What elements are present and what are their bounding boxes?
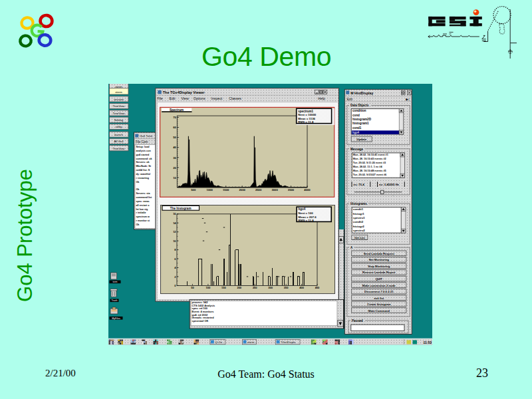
- svg-text:xterm: xterm: [247, 340, 255, 344]
- svg-text:40: 40: [173, 146, 176, 149]
- svg-text:condition: condition: [352, 109, 366, 112]
- svg-text:Spectrum: Spectrum: [170, 108, 184, 112]
- svg-text:Options: Options: [194, 96, 205, 100]
- svg-text:Get List: Get List: [354, 236, 365, 239]
- svg-text:500: 500: [191, 188, 196, 192]
- svg-text:launch: launch: [114, 133, 123, 136]
- svg-text:10: 10: [173, 239, 176, 243]
- svg-text:Nent = 10000: Nent = 10000: [298, 113, 317, 116]
- svg-text:RMS = 11.8: RMS = 11.8: [298, 120, 314, 124]
- svg-text:xterm: xterm: [115, 85, 122, 88]
- svg-text:The TGo4Display Viewer: The TGo4Display Viewer: [163, 90, 205, 94]
- svg-text:TreeView: TreeView: [113, 104, 126, 108]
- svg-text:300: 300: [268, 286, 273, 289]
- svg-text:session: session: [114, 98, 124, 101]
- svg-text:1000: 1000: [207, 188, 213, 192]
- svg-text:2000: 2000: [239, 188, 245, 192]
- svg-text:All Go4: All Go4: [114, 140, 124, 143]
- svg-text:all restart o: all restart o: [136, 204, 150, 207]
- svg-text:r initializ: r initializ: [136, 211, 146, 214]
- svg-text:condit1: condit1: [353, 207, 364, 211]
- svg-text:400: 400: [299, 286, 304, 289]
- svg-text:dy: watchful: dy: watchful: [136, 173, 151, 176]
- svg-text:Passwd: Passwd: [352, 319, 363, 323]
- svg-text:Message: Message: [350, 148, 364, 151]
- svg-text:Stop Monitoring: Stop Monitoring: [368, 265, 390, 268]
- svg-text:Create histogram: Create histogram: [367, 303, 391, 306]
- svg-text:ev: 3.45265 Hz: ev: 3.45265 Hz: [379, 183, 400, 186]
- svg-text:File Com: File Com: [136, 140, 148, 144]
- svg-text:Tue, 29.02. 9:11:20 event #3: Tue, 29.02. 9:11:20 event #3: [353, 162, 386, 164]
- svg-text:11:53: 11:53: [423, 340, 432, 344]
- svg-text:MbsNode: St: MbsNode: St: [136, 165, 152, 168]
- svg-text:150: 150: [221, 286, 226, 289]
- svg-text:Make connection 2 node: Make connection 2 node: [362, 284, 396, 287]
- svg-text:TreeView: TreeView: [113, 147, 126, 150]
- svg-text:70: 70: [173, 116, 176, 119]
- svg-text:Servers: ok: Servers: ok: [136, 161, 150, 164]
- svg-text:command: ok: command: ok: [136, 158, 153, 160]
- svg-text:histogr2: histogr2: [353, 225, 365, 228]
- svg-text:4000: 4000: [304, 188, 311, 192]
- svg-text:200: 200: [237, 286, 241, 289]
- svg-text:net64 list: S: net64 list: S: [136, 169, 150, 172]
- svg-text:Mon, 28. 16:10:43 events #2: Mon, 28. 16:10:43 events #2: [353, 158, 386, 160]
- svg-text:Qt De: Qt De: [215, 340, 223, 344]
- svg-text:1500: 1500: [223, 188, 229, 192]
- svg-text:Inspect: Inspect: [211, 96, 223, 100]
- svg-text:The histogram: The histogram: [170, 207, 192, 210]
- svg-text:RMS = 11.8: RMS = 11.8: [299, 219, 315, 222]
- svg-text:3500: 3500: [288, 188, 295, 192]
- svg-text:xterm: xterm: [115, 90, 122, 94]
- svg-text:Net Monitoring: Net Monitoring: [369, 258, 390, 261]
- svg-text:Mean = 1136: Mean = 1136: [298, 117, 315, 120]
- svg-text:16: 16: [173, 212, 176, 215]
- svg-text:File: File: [157, 96, 162, 100]
- svg-text:Mean = 207.6: Mean = 207.6: [299, 215, 317, 219]
- svg-text:Go4 Term: Go4 Term: [140, 134, 153, 138]
- svg-text:utility: utility: [116, 125, 123, 128]
- svg-text:100: 100: [206, 286, 211, 289]
- svg-text:condit2: condit2: [353, 220, 364, 223]
- svg-text:50: 50: [173, 136, 176, 139]
- svg-text:r monitor st: r monitor st: [136, 219, 150, 222]
- svg-text:Main Command: Main Command: [368, 309, 390, 313]
- svg-text:command list: command list: [136, 196, 153, 199]
- svg-text:Tue, 29.02. 9:51027 event #6: Tue, 29.02. 9:51027 event #6: [353, 174, 386, 176]
- svg-text:30: 30: [173, 156, 176, 160]
- svg-text:Send Lambda Request: Send Lambda Request: [364, 252, 395, 255]
- svg-text:Data Objects: Data Objects: [350, 104, 369, 107]
- svg-text:hgo4: hgo4: [299, 207, 306, 211]
- svg-text:View: View: [182, 96, 189, 100]
- svg-text:spectru1: spectru1: [353, 216, 366, 219]
- svg-text:Setting: Setting: [114, 118, 124, 122]
- svg-text:250: 250: [253, 286, 257, 289]
- svg-text:TGo4Displa: TGo4Displa: [281, 340, 296, 344]
- svg-text:12: 12: [173, 230, 176, 233]
- svg-text:Edit: Edit: [170, 96, 176, 100]
- svg-text:20: 20: [173, 166, 176, 170]
- svg-text:exit list: exit list: [374, 297, 384, 300]
- svg-text:histogr1: histogr1: [353, 212, 365, 215]
- svg-text:14: 14: [173, 221, 176, 225]
- svg-text:450: 450: [315, 286, 320, 289]
- svg-text:term: term: [112, 281, 117, 283]
- svg-text:Mon, 28.02. 16:10:41 event #1: Mon, 28.02. 16:10:41 event #1: [353, 154, 388, 156]
- svg-text:TreeView: TreeView: [113, 112, 126, 115]
- svg-text:Servers: sta: Servers: sta: [136, 192, 151, 195]
- svg-text:ev: 75.4: ev: 75.4: [354, 183, 365, 186]
- svg-text:..: ..: [367, 194, 368, 197]
- svg-text:cond1: cond1: [352, 126, 362, 130]
- svg-text:spectrawl OK: spectrawl OK: [192, 319, 209, 323]
- svg-text:analysis con: analysis con: [136, 150, 152, 152]
- svg-text:Trash: Trash: [111, 299, 117, 302]
- svg-text:M HistDisplay: M HistDisplay: [350, 91, 373, 95]
- svg-text:QUIT: QUIT: [376, 277, 383, 281]
- svg-text:spectru2: spectru2: [353, 229, 366, 232]
- svg-text:Update: Update: [356, 138, 366, 141]
- svg-text:Remove Lambda Report: Remove Lambda Report: [362, 271, 396, 274]
- svg-text:MyFiles: MyFiles: [112, 317, 120, 320]
- svg-text:60: 60: [173, 126, 176, 129]
- svg-text:histogram2D: histogram2D: [352, 118, 372, 121]
- svg-text:histogram1: histogram1: [352, 122, 369, 125]
